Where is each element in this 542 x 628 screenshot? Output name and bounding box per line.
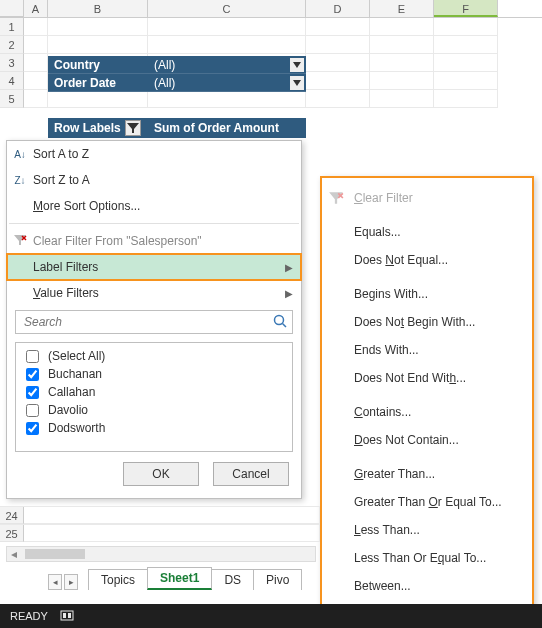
filter-item[interactable]: Buchanan [22,365,286,383]
tab-sheet1[interactable]: Sheet1 [147,567,212,590]
more-sort-options[interactable]: More Sort Options... [7,193,301,219]
submenu-greater-than[interactable]: Greater Than... [322,460,532,488]
row-labels-header[interactable]: Row Labels [48,120,148,136]
dropdown-icon[interactable] [290,58,304,72]
col-header-a[interactable]: A [24,0,48,17]
pivot-filter-label: Order Date [48,76,148,90]
pivot-report-filters: Country (All) Order Date (All) [48,56,306,92]
cancel-button[interactable]: Cancel [213,462,289,486]
submenu-label: Less Than Or Equal To... [354,551,486,565]
scrollbar-thumb[interactable] [25,549,85,559]
clear-filter-icon [328,190,344,209]
tab-ds[interactable]: DS [211,569,254,590]
submenu-label: Does Not Begin With... [354,315,475,329]
sort-a-to-z[interactable]: A↓ Sort A to Z [7,141,301,167]
search-icon [272,313,288,332]
row-header-24[interactable]: 24 [0,507,24,524]
filter-item-label: Buchanan [48,367,102,381]
col-header-e[interactable]: E [370,0,434,17]
submenu-equals[interactable]: Equals... [322,218,532,246]
submenu-arrow-icon: ▶ [285,262,293,273]
submenu-does-not-equal[interactable]: Does Not Equal... [322,246,532,274]
submenu-begins-with[interactable]: Begins With... [322,280,532,308]
checkbox[interactable] [26,350,39,363]
svg-rect-11 [61,611,73,620]
checkbox[interactable] [26,386,39,399]
status-macro-icon[interactable] [60,608,74,624]
row-header-1[interactable]: 1 [0,18,24,36]
sum-field-header[interactable]: Sum of Order Amount [148,121,306,135]
svg-marker-3 [14,235,26,245]
pivot-filter-country[interactable]: Country (All) [48,56,306,74]
submenu-label: Begins With... [354,287,428,301]
filter-item[interactable]: Davolio [22,401,286,419]
dialog-buttons: OK Cancel [7,452,301,490]
row-header-3[interactable]: 3 [0,54,24,72]
checkbox[interactable] [26,368,39,381]
submenu-between[interactable]: Between... [322,572,532,600]
dropdown-icon[interactable] [290,76,304,90]
tab-topics[interactable]: Topics [88,569,148,590]
svg-marker-8 [329,192,343,203]
menu-label: Sort A to Z [33,147,89,161]
submenu-contains[interactable]: Contains... [322,398,532,426]
menu-separator [9,223,299,224]
menu-label: Label Filters [33,260,98,274]
submenu-arrow-icon: ▶ [285,288,293,299]
sort-z-to-a[interactable]: Z↓ Sort Z to A [7,167,301,193]
row-header-5[interactable]: 5 [0,90,24,108]
filter-select-all[interactable]: (Select All) [22,347,286,365]
horizontal-scrollbar[interactable]: ◂ [6,546,316,562]
search-input[interactable] [22,314,272,330]
column-headers: A B C D E F [0,0,542,18]
select-all-corner[interactable] [0,0,24,17]
label-filters[interactable]: Label Filters ▶ [7,254,301,280]
col-header-d[interactable]: D [306,0,370,17]
clear-filter-from[interactable]: Clear Filter From "Salesperson" [7,228,301,254]
col-header-c[interactable]: C [148,0,306,17]
filter-item[interactable]: Dodsworth [22,419,286,437]
pivot-filter-order-date[interactable]: Order Date (All) [48,74,306,92]
row-header-4[interactable]: 4 [0,72,24,90]
clear-filter-icon [11,233,29,250]
tab-nav-prev[interactable]: ◂ [48,574,62,590]
scroll-left-icon[interactable]: ◂ [11,547,17,561]
checkbox[interactable] [26,422,39,435]
svg-marker-2 [127,123,139,133]
tab-pivot-truncated[interactable]: Pivo [253,569,302,590]
submenu-label: Equals... [354,225,401,239]
submenu-does-not-begin-with[interactable]: Does Not Begin With... [322,308,532,336]
submenu-label: Clear Filter [354,191,413,205]
submenu-greater-than-or-equal[interactable]: Greater Than Or Equal To... [322,488,532,516]
submenu-less-than[interactable]: Less Than... [322,516,532,544]
filter-item-label: Davolio [48,403,88,417]
submenu-does-not-contain[interactable]: Does Not Contain... [322,426,532,454]
row-header-25[interactable]: 25 [0,525,24,542]
col-header-f[interactable]: F [434,0,498,17]
filter-item-label: (Select All) [48,349,105,363]
ok-button[interactable]: OK [123,462,199,486]
filter-item[interactable]: Callahan [22,383,286,401]
value-filters[interactable]: Value Filters ▶ [7,280,301,306]
filter-button-icon[interactable] [125,120,141,136]
filter-values-list[interactable]: (Select All) Buchanan Callahan Davolio D… [15,342,293,452]
svg-marker-1 [293,80,301,86]
submenu-does-not-end-with[interactable]: Does Not End With... [322,364,532,392]
svg-point-6 [275,315,284,324]
svg-marker-0 [293,62,301,68]
submenu-ends-with[interactable]: Ends With... [322,336,532,364]
checkbox[interactable] [26,404,39,417]
search-box[interactable] [15,310,293,334]
tab-nav-next[interactable]: ▸ [64,574,78,590]
label-filters-submenu: Clear Filter Equals... Does Not Equal...… [320,176,534,628]
menu-label: More Sort Options... [33,199,140,213]
submenu-label: Greater Than... [354,467,435,481]
submenu-label: Does Not Contain... [354,433,459,447]
submenu-less-than-or-equal[interactable]: Less Than Or Equal To... [322,544,532,572]
tab-nav-buttons: ◂ ▸ [48,574,78,590]
row-header-2[interactable]: 2 [0,36,24,54]
submenu-label: Does Not End With... [354,371,466,385]
filter-item-label: Dodsworth [48,421,105,435]
menu-label: Clear Filter From "Salesperson" [33,234,202,248]
col-header-b[interactable]: B [48,0,148,17]
